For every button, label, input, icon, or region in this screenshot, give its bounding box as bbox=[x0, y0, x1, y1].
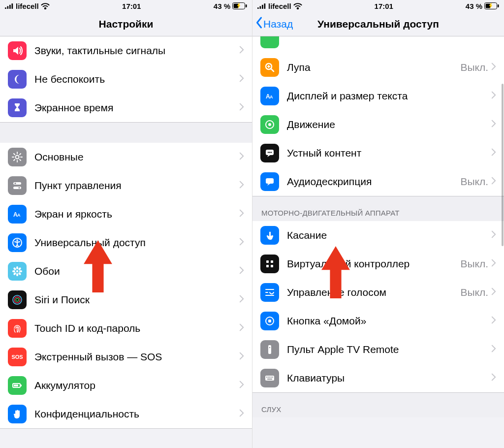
carrier-label: lifecell bbox=[268, 2, 291, 10]
row-detail: Выкл. bbox=[460, 176, 488, 188]
left-screenshot: lifecell 17:01 43 % Настройки Звуки, так… bbox=[0, 0, 252, 448]
row-label: Основные bbox=[34, 151, 239, 163]
chevron-right-icon bbox=[239, 103, 244, 113]
right-screenshot: lifecell 17:01 43 % Назад Универсальный … bbox=[252, 0, 504, 448]
chevron-right-icon bbox=[491, 373, 496, 383]
settings-row-ad[interactable]: АудиодескрипцияВыкл. bbox=[252, 167, 504, 196]
chevron-right-icon bbox=[239, 46, 244, 56]
chevron-right-icon bbox=[491, 177, 496, 187]
ad-icon bbox=[260, 172, 279, 191]
settings-row-battery[interactable]: Аккумулятор bbox=[0, 371, 252, 400]
row-label: Лупа bbox=[287, 62, 460, 73]
scrollbar[interactable] bbox=[502, 84, 504, 246]
chevron-right-icon bbox=[239, 295, 244, 305]
battery-percent: 43 % bbox=[214, 2, 230, 10]
row-label: Движение bbox=[287, 119, 491, 130]
settings-row-speech[interactable]: Устный контент bbox=[252, 139, 504, 167]
nav-bar: Настройки bbox=[0, 12, 252, 36]
keyboard-icon bbox=[260, 369, 279, 387]
voice-icon bbox=[260, 283, 279, 302]
hand-icon bbox=[8, 405, 27, 423]
chevron-right-icon bbox=[491, 288, 496, 297]
row-label: Устный контент bbox=[287, 147, 491, 159]
chevron-right-icon bbox=[239, 209, 244, 219]
status-bar: lifecell 17:01 43 % bbox=[0, 0, 252, 12]
settings-row-hand[interactable]: Конфиденциальность bbox=[0, 400, 252, 428]
chevron-right-icon bbox=[239, 409, 244, 419]
chevron-right-icon bbox=[491, 345, 496, 354]
battery-icon bbox=[8, 376, 27, 395]
chevron-right-icon bbox=[239, 352, 244, 362]
fingerprint-icon bbox=[8, 319, 27, 338]
accessibility-list[interactable]: ЛупаВыкл.Дисплей и размер текстаДвижение… bbox=[252, 36, 504, 448]
page-title: Настройки bbox=[99, 18, 154, 30]
chevron-right-icon bbox=[491, 259, 496, 269]
status-time: 17:01 bbox=[50, 2, 214, 10]
settings-row-gear[interactable]: Основные bbox=[0, 143, 252, 171]
speech-icon bbox=[260, 144, 279, 162]
settings-row-aa[interactable]: Экран и яркость bbox=[0, 200, 252, 228]
wifi-icon bbox=[41, 3, 50, 9]
wifi-icon bbox=[293, 3, 302, 9]
chevron-right-icon bbox=[239, 381, 244, 390]
back-button[interactable]: Назад bbox=[255, 17, 293, 31]
row-label: Пульт Apple TV Remote bbox=[287, 344, 491, 355]
home-icon bbox=[260, 312, 279, 330]
row-label: Пункт управления bbox=[34, 180, 239, 192]
page-title: Универсальный доступ bbox=[317, 18, 439, 30]
settings-row-sounds[interactable]: Звуки, тактильные сигналы bbox=[0, 36, 252, 65]
chevron-right-icon bbox=[491, 120, 496, 129]
row-label: Обои bbox=[34, 265, 239, 277]
battery-icon bbox=[484, 2, 499, 9]
chevron-right-icon bbox=[491, 316, 496, 326]
settings-row-zoom[interactable]: ЛупаВыкл. bbox=[252, 53, 504, 82]
settings-row-access[interactable]: Универсальный доступ bbox=[0, 228, 252, 257]
sounds-icon bbox=[8, 41, 27, 60]
settings-row-voice[interactable]: Управление голосомВыкл. bbox=[252, 278, 504, 307]
settings-row-remote[interactable]: Пульт Apple TV Remote bbox=[252, 335, 504, 364]
settings-row-sos[interactable]: Экстренный вызов — SOS bbox=[0, 343, 252, 371]
status-time: 17:01 bbox=[302, 2, 466, 10]
back-label: Назад bbox=[263, 18, 293, 30]
row-icon bbox=[260, 36, 279, 48]
remote-icon bbox=[260, 340, 279, 359]
row-label: Конфиденциальность bbox=[34, 408, 239, 420]
row-label: Экстренный вызов — SOS bbox=[34, 351, 239, 363]
settings-row-home[interactable]: Кнопка «Домой» bbox=[252, 307, 504, 335]
cell-signal-icon bbox=[5, 3, 14, 9]
settings-row-switches[interactable]: Пункт управления bbox=[0, 171, 252, 200]
row-label: Аудиодескрипция bbox=[287, 176, 460, 188]
section-separator bbox=[0, 122, 252, 143]
cell-signal-icon bbox=[257, 3, 266, 9]
chevron-right-icon bbox=[491, 230, 496, 240]
settings-row-grid[interactable]: Виртуальный контроллерВыкл. bbox=[252, 250, 504, 278]
chevron-right-icon bbox=[239, 238, 244, 248]
settings-row-fingerprint[interactable]: Touch ID и код-пароль bbox=[0, 314, 252, 343]
settings-row-touch[interactable]: Касание bbox=[252, 221, 504, 250]
hourglass-icon bbox=[8, 98, 27, 117]
chevron-right-icon bbox=[491, 63, 496, 72]
settings-row-keyboard[interactable]: Клавиатуры bbox=[252, 364, 504, 392]
settings-row-flower[interactable]: Обои bbox=[0, 257, 252, 286]
row-label: Виртуальный контроллер bbox=[287, 258, 460, 270]
settings-row-moon[interactable]: Не беспокоить bbox=[0, 65, 252, 94]
nav-bar: Назад Универсальный доступ bbox=[252, 12, 504, 36]
zoom-icon bbox=[260, 58, 279, 77]
settings-row-hourglass[interactable]: Экранное время bbox=[0, 94, 252, 122]
row-detail: Выкл. bbox=[460, 258, 488, 270]
settings-list[interactable]: Звуки, тактильные сигналыНе беспокоитьЭк… bbox=[0, 36, 252, 448]
settings-row-aa[interactable]: Дисплей и размер текста bbox=[252, 82, 504, 110]
row-label: Клавиатуры bbox=[287, 372, 491, 384]
row-label: Управление голосом bbox=[287, 287, 460, 298]
aa-icon bbox=[260, 87, 279, 105]
settings-row-motion[interactable]: Движение bbox=[252, 110, 504, 139]
row-label: Кнопка «Домой» bbox=[287, 315, 491, 327]
row-detail: Выкл. bbox=[460, 62, 488, 73]
siri-icon bbox=[8, 290, 27, 309]
row-label: Звуки, тактильные сигналы bbox=[34, 45, 239, 57]
battery-icon bbox=[232, 2, 247, 9]
row-label: Siri и Поиск bbox=[34, 294, 239, 306]
settings-row-siri[interactable]: Siri и Поиск bbox=[0, 286, 252, 314]
section-header-motor: МОТОРНО-ДВИГАТЕЛЬНЫЙ АППАРАТ bbox=[252, 196, 504, 221]
settings-row-cut[interactable] bbox=[252, 36, 504, 53]
